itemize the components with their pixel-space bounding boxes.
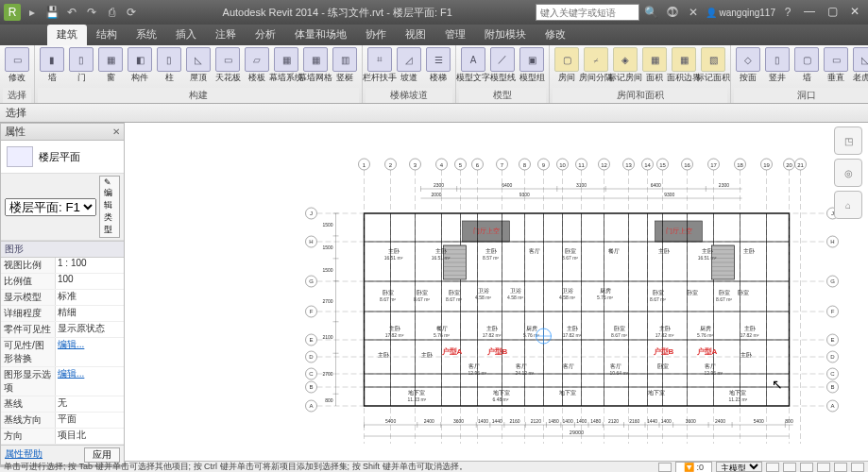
ribbon-button[interactable]: ／模型线	[488, 47, 517, 82]
filter-icon[interactable]	[766, 463, 779, 472]
ribbon-button[interactable]: ▥竖梃	[331, 47, 359, 82]
ribbon-button[interactable]: ◧构件	[126, 47, 154, 82]
ribbon-tab-1[interactable]: 结构	[87, 25, 127, 45]
ribbon-tab-4[interactable]: 注释	[206, 25, 246, 45]
nav-home-icon[interactable]: ⌂	[834, 191, 862, 219]
view-cube[interactable]: ◳	[834, 126, 862, 155]
ribbon-tab-8[interactable]: 视图	[396, 25, 435, 45]
status-icon[interactable]	[817, 463, 830, 472]
ribbon-button[interactable]: ▦面积边界	[670, 47, 698, 82]
ribbon-button[interactable]: ◇按面	[734, 47, 762, 82]
ribbon-panel: ▭修改选择	[0, 45, 35, 103]
ribbon-button[interactable]: ▭修改	[3, 47, 31, 82]
status-icon[interactable]	[834, 463, 847, 472]
help-icon[interactable]: ?	[779, 4, 796, 21]
ribbon-tab-2[interactable]: 系统	[127, 25, 166, 45]
subscribe-icon[interactable]: ⓵	[664, 4, 681, 21]
app-button[interactable]: R	[4, 4, 21, 21]
ribbon-button[interactable]: ▯门	[67, 47, 95, 82]
ribbon-button[interactable]: ⌿房间分隔	[582, 47, 610, 82]
property-value[interactable]: 显示原状态	[56, 322, 124, 337]
ribbon-button[interactable]: ▧标记面积	[699, 47, 727, 82]
drawing-area[interactable]: ◳ ◎ ⌂ ↖ 门厅上空门厅上空123456789101112131415161…	[125, 123, 868, 461]
svg-text:16.51 m²: 16.51 m²	[432, 255, 451, 261]
property-value[interactable]: 标准	[56, 290, 124, 305]
edit-type-button[interactable]: ✎ 编辑类型	[99, 176, 120, 238]
undo-icon[interactable]: ↶	[63, 4, 80, 21]
type-selector[interactable]: 楼层平面	[1, 141, 124, 174]
ribbon-tab-6[interactable]: 体量和场地	[285, 25, 356, 45]
redo-icon[interactable]: ↷	[83, 4, 100, 21]
property-value[interactable]: 1 : 100	[56, 258, 124, 273]
ribbon-button[interactable]: ▦幕墙网格	[301, 47, 330, 82]
exchange-icon[interactable]: ✕	[685, 4, 702, 21]
ribbon-tab-10[interactable]: 附加模块	[475, 25, 536, 45]
ribbon-label: 标记面积	[696, 73, 730, 82]
ribbon-button[interactable]: ▯竖井	[763, 47, 791, 82]
maximize-icon[interactable]: ▢	[823, 5, 842, 20]
ribbon-button[interactable]: ▦面积	[640, 47, 669, 82]
ribbon-button[interactable]: ⌗栏杆扶手	[366, 47, 394, 82]
ribbon-button[interactable]: ☰楼梯	[424, 47, 452, 82]
floor-plan-view[interactable]: 门厅上空门厅上空12345678910111213141516171819202…	[125, 123, 868, 461]
property-category[interactable]: 图形	[1, 241, 124, 258]
user-badge[interactable]: 👤wangqing117	[706, 8, 776, 18]
nav-wheel[interactable]: ◎	[834, 159, 862, 187]
svg-text:6400: 6400	[502, 182, 512, 188]
ribbon-label: 幕墙网格	[298, 73, 332, 82]
ribbon-button[interactable]: ▦幕墙系统	[272, 47, 300, 82]
ribbon-button[interactable]: ▭天花板	[213, 47, 242, 82]
ribbon-button[interactable]: ▭垂直	[822, 47, 850, 82]
ribbon-button[interactable]: ◺屋顶	[184, 47, 213, 82]
svg-text:8.67 m²: 8.67 m²	[562, 255, 578, 261]
status-icon[interactable]	[800, 463, 813, 472]
property-value[interactable]: 编辑...	[56, 338, 124, 366]
sync-icon[interactable]: ⟳	[123, 4, 140, 21]
ribbon-button[interactable]: ▢房间	[553, 47, 581, 82]
ribbon-tab-9[interactable]: 管理	[435, 25, 475, 45]
properties-header[interactable]: 属性✕	[1, 124, 124, 141]
ribbon-button[interactable]: ◿坡道	[395, 47, 423, 82]
ribbon-tab-5[interactable]: 分析	[246, 25, 285, 45]
svg-text:D: D	[309, 354, 314, 360]
ribbon-button[interactable]: ▣模型组	[518, 47, 546, 82]
ribbon-button[interactable]: ◺老虎窗	[851, 47, 868, 82]
ribbon-tab-3[interactable]: 插入	[166, 25, 206, 45]
worksets-icon[interactable]	[658, 463, 672, 472]
help-search-input[interactable]	[536, 4, 639, 21]
ribbon-button[interactable]: ▢墙	[792, 47, 821, 82]
ribbon-button[interactable]: ▱楼板	[243, 47, 271, 82]
ribbon-button[interactable]: ▦窗	[96, 47, 125, 82]
svg-text:主卧: 主卧	[435, 247, 447, 254]
search-icon[interactable]: 🔍	[643, 4, 660, 21]
active-model-select[interactable]: 主模型	[716, 462, 762, 472]
minimize-icon[interactable]: —	[800, 5, 819, 20]
svg-text:2700: 2700	[322, 371, 332, 377]
ribbon-tab-11[interactable]: 修改	[536, 25, 575, 45]
ribbon-button[interactable]: ◈标记房间	[611, 47, 639, 82]
open-icon[interactable]: ▸	[24, 4, 41, 21]
status-icon[interactable]	[851, 463, 864, 472]
ribbon-tab-0[interactable]: 建筑	[47, 25, 87, 45]
ribbon-tab-7[interactable]: 协作	[356, 25, 396, 45]
property-value[interactable]: 平面	[56, 413, 124, 428]
svg-text:卧室: 卧室	[653, 289, 664, 295]
svg-text:8.67 m²: 8.67 m²	[716, 296, 732, 302]
property-value[interactable]: 项目北	[56, 429, 124, 444]
svg-text:6400: 6400	[651, 182, 661, 188]
property-value[interactable]: 无	[56, 396, 124, 412]
property-value[interactable]: 编辑...	[56, 367, 124, 396]
status-icon[interactable]	[783, 463, 796, 472]
print-icon[interactable]: ⎙	[103, 4, 120, 21]
ribbon-button[interactable]: ▯柱	[155, 47, 183, 82]
property-value[interactable]: 精细	[56, 306, 124, 321]
save-icon[interactable]: 💾	[43, 4, 60, 21]
ribbon-button[interactable]: ▮墙	[38, 47, 66, 82]
property-value[interactable]: 100	[56, 274, 124, 289]
close-icon[interactable]: ✕	[845, 5, 864, 20]
svg-text:2300: 2300	[719, 182, 729, 188]
instance-selector[interactable]: 楼层平面: F1	[5, 198, 96, 216]
ribbon-button[interactable]: A模型文字	[459, 47, 487, 82]
ribbon-label: 构件	[131, 73, 148, 82]
close-icon[interactable]: ✕	[112, 126, 120, 137]
